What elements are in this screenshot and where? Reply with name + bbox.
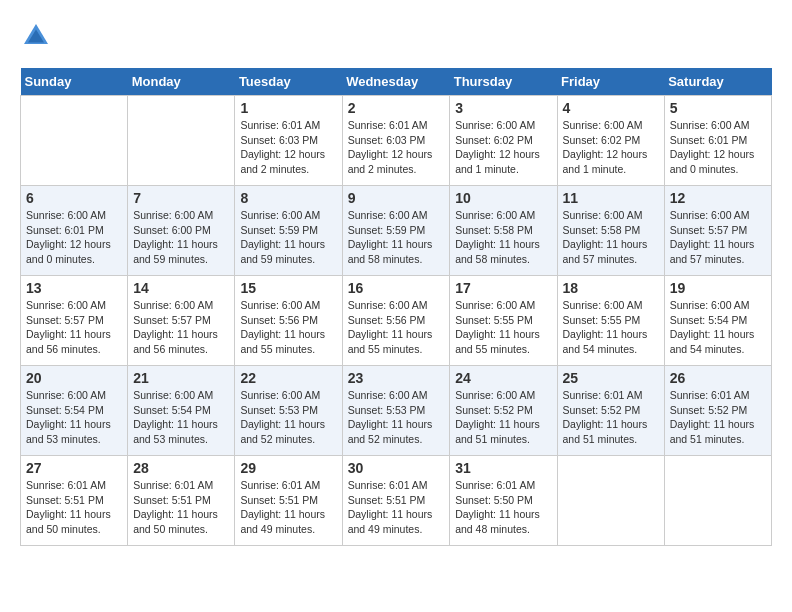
day-number: 13 (26, 280, 122, 296)
day-number: 12 (670, 190, 766, 206)
week-row-5: 27Sunrise: 6:01 AM Sunset: 5:51 PM Dayli… (21, 456, 772, 546)
calendar-cell: 16Sunrise: 6:00 AM Sunset: 5:56 PM Dayli… (342, 276, 450, 366)
day-info: Sunrise: 6:01 AM Sunset: 6:03 PM Dayligh… (348, 118, 445, 177)
day-number: 10 (455, 190, 551, 206)
day-number: 19 (670, 280, 766, 296)
day-number: 3 (455, 100, 551, 116)
day-info: Sunrise: 6:00 AM Sunset: 6:00 PM Dayligh… (133, 208, 229, 267)
day-number: 1 (240, 100, 336, 116)
day-info: Sunrise: 6:00 AM Sunset: 5:59 PM Dayligh… (240, 208, 336, 267)
day-info: Sunrise: 6:00 AM Sunset: 5:55 PM Dayligh… (455, 298, 551, 357)
calendar-cell: 19Sunrise: 6:00 AM Sunset: 5:54 PM Dayli… (664, 276, 771, 366)
week-row-3: 13Sunrise: 6:00 AM Sunset: 5:57 PM Dayli… (21, 276, 772, 366)
day-info: Sunrise: 6:00 AM Sunset: 6:01 PM Dayligh… (670, 118, 766, 177)
day-number: 27 (26, 460, 122, 476)
day-info: Sunrise: 6:00 AM Sunset: 5:53 PM Dayligh… (348, 388, 445, 447)
calendar-cell: 29Sunrise: 6:01 AM Sunset: 5:51 PM Dayli… (235, 456, 342, 546)
day-info: Sunrise: 6:00 AM Sunset: 5:53 PM Dayligh… (240, 388, 336, 447)
weekday-header-monday: Monday (128, 68, 235, 96)
calendar-cell: 3Sunrise: 6:00 AM Sunset: 6:02 PM Daylig… (450, 96, 557, 186)
weekday-header-row: SundayMondayTuesdayWednesdayThursdayFrid… (21, 68, 772, 96)
day-number: 2 (348, 100, 445, 116)
calendar-cell: 22Sunrise: 6:00 AM Sunset: 5:53 PM Dayli… (235, 366, 342, 456)
week-row-4: 20Sunrise: 6:00 AM Sunset: 5:54 PM Dayli… (21, 366, 772, 456)
day-number: 23 (348, 370, 445, 386)
calendar-cell: 10Sunrise: 6:00 AM Sunset: 5:58 PM Dayli… (450, 186, 557, 276)
day-number: 16 (348, 280, 445, 296)
logo-icon (20, 20, 52, 52)
calendar-cell: 20Sunrise: 6:00 AM Sunset: 5:54 PM Dayli… (21, 366, 128, 456)
weekday-header-tuesday: Tuesday (235, 68, 342, 96)
calendar-cell: 8Sunrise: 6:00 AM Sunset: 5:59 PM Daylig… (235, 186, 342, 276)
calendar-cell: 11Sunrise: 6:00 AM Sunset: 5:58 PM Dayli… (557, 186, 664, 276)
calendar-cell (21, 96, 128, 186)
week-row-2: 6Sunrise: 6:00 AM Sunset: 6:01 PM Daylig… (21, 186, 772, 276)
day-info: Sunrise: 6:01 AM Sunset: 6:03 PM Dayligh… (240, 118, 336, 177)
calendar-cell: 18Sunrise: 6:00 AM Sunset: 5:55 PM Dayli… (557, 276, 664, 366)
day-number: 4 (563, 100, 659, 116)
day-number: 22 (240, 370, 336, 386)
day-info: Sunrise: 6:00 AM Sunset: 5:59 PM Dayligh… (348, 208, 445, 267)
day-info: Sunrise: 6:00 AM Sunset: 5:58 PM Dayligh… (563, 208, 659, 267)
weekday-header-thursday: Thursday (450, 68, 557, 96)
calendar-cell: 17Sunrise: 6:00 AM Sunset: 5:55 PM Dayli… (450, 276, 557, 366)
day-number: 30 (348, 460, 445, 476)
day-number: 7 (133, 190, 229, 206)
calendar-cell: 6Sunrise: 6:00 AM Sunset: 6:01 PM Daylig… (21, 186, 128, 276)
day-number: 24 (455, 370, 551, 386)
logo (20, 20, 56, 52)
day-info: Sunrise: 6:00 AM Sunset: 5:56 PM Dayligh… (348, 298, 445, 357)
day-number: 25 (563, 370, 659, 386)
weekday-header-sunday: Sunday (21, 68, 128, 96)
calendar-cell: 24Sunrise: 6:00 AM Sunset: 5:52 PM Dayli… (450, 366, 557, 456)
calendar-cell: 5Sunrise: 6:00 AM Sunset: 6:01 PM Daylig… (664, 96, 771, 186)
day-number: 6 (26, 190, 122, 206)
day-number: 31 (455, 460, 551, 476)
calendar-table: SundayMondayTuesdayWednesdayThursdayFrid… (20, 68, 772, 546)
day-number: 5 (670, 100, 766, 116)
weekday-header-wednesday: Wednesday (342, 68, 450, 96)
calendar-cell: 4Sunrise: 6:00 AM Sunset: 6:02 PM Daylig… (557, 96, 664, 186)
page-header (20, 20, 772, 52)
day-info: Sunrise: 6:01 AM Sunset: 5:51 PM Dayligh… (133, 478, 229, 537)
day-info: Sunrise: 6:00 AM Sunset: 5:57 PM Dayligh… (133, 298, 229, 357)
day-info: Sunrise: 6:01 AM Sunset: 5:50 PM Dayligh… (455, 478, 551, 537)
day-info: Sunrise: 6:00 AM Sunset: 6:02 PM Dayligh… (455, 118, 551, 177)
calendar-cell: 27Sunrise: 6:01 AM Sunset: 5:51 PM Dayli… (21, 456, 128, 546)
calendar-cell (557, 456, 664, 546)
day-info: Sunrise: 6:00 AM Sunset: 5:57 PM Dayligh… (670, 208, 766, 267)
day-number: 28 (133, 460, 229, 476)
calendar-cell: 26Sunrise: 6:01 AM Sunset: 5:52 PM Dayli… (664, 366, 771, 456)
day-info: Sunrise: 6:00 AM Sunset: 5:56 PM Dayligh… (240, 298, 336, 357)
calendar-cell: 9Sunrise: 6:00 AM Sunset: 5:59 PM Daylig… (342, 186, 450, 276)
calendar-cell: 2Sunrise: 6:01 AM Sunset: 6:03 PM Daylig… (342, 96, 450, 186)
calendar-cell: 28Sunrise: 6:01 AM Sunset: 5:51 PM Dayli… (128, 456, 235, 546)
day-info: Sunrise: 6:00 AM Sunset: 6:02 PM Dayligh… (563, 118, 659, 177)
calendar-cell: 1Sunrise: 6:01 AM Sunset: 6:03 PM Daylig… (235, 96, 342, 186)
calendar-cell (128, 96, 235, 186)
day-info: Sunrise: 6:00 AM Sunset: 5:58 PM Dayligh… (455, 208, 551, 267)
calendar-cell: 7Sunrise: 6:00 AM Sunset: 6:00 PM Daylig… (128, 186, 235, 276)
day-info: Sunrise: 6:00 AM Sunset: 5:57 PM Dayligh… (26, 298, 122, 357)
day-number: 21 (133, 370, 229, 386)
calendar-cell (664, 456, 771, 546)
weekday-header-saturday: Saturday (664, 68, 771, 96)
calendar-cell: 15Sunrise: 6:00 AM Sunset: 5:56 PM Dayli… (235, 276, 342, 366)
calendar-cell: 13Sunrise: 6:00 AM Sunset: 5:57 PM Dayli… (21, 276, 128, 366)
day-number: 11 (563, 190, 659, 206)
day-info: Sunrise: 6:01 AM Sunset: 5:51 PM Dayligh… (348, 478, 445, 537)
calendar-cell: 30Sunrise: 6:01 AM Sunset: 5:51 PM Dayli… (342, 456, 450, 546)
day-number: 9 (348, 190, 445, 206)
day-info: Sunrise: 6:00 AM Sunset: 5:52 PM Dayligh… (455, 388, 551, 447)
calendar-cell: 31Sunrise: 6:01 AM Sunset: 5:50 PM Dayli… (450, 456, 557, 546)
day-info: Sunrise: 6:01 AM Sunset: 5:52 PM Dayligh… (670, 388, 766, 447)
day-number: 20 (26, 370, 122, 386)
weekday-header-friday: Friday (557, 68, 664, 96)
day-number: 26 (670, 370, 766, 386)
day-info: Sunrise: 6:00 AM Sunset: 5:54 PM Dayligh… (26, 388, 122, 447)
week-row-1: 1Sunrise: 6:01 AM Sunset: 6:03 PM Daylig… (21, 96, 772, 186)
day-info: Sunrise: 6:00 AM Sunset: 5:54 PM Dayligh… (133, 388, 229, 447)
day-number: 18 (563, 280, 659, 296)
calendar-cell: 21Sunrise: 6:00 AM Sunset: 5:54 PM Dayli… (128, 366, 235, 456)
day-number: 8 (240, 190, 336, 206)
